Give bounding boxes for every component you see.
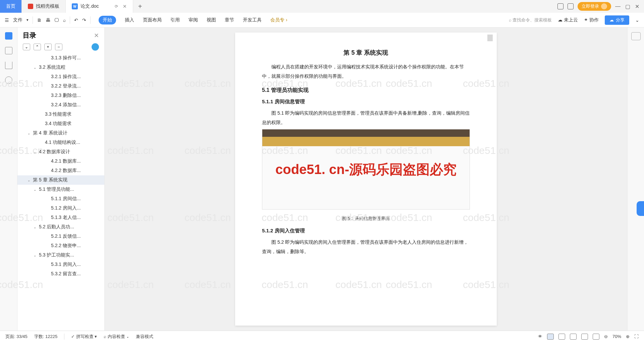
share-button[interactable]: ☁ 分享: [605, 15, 629, 25]
menu-insert[interactable]: 插入: [125, 17, 134, 23]
menu-view[interactable]: 视图: [207, 17, 216, 23]
add-heading-icon[interactable]: +: [44, 44, 52, 50]
tab-doc-label: 论文.doc: [80, 3, 99, 9]
outline-list[interactable]: 3.1.3 操作可...⌄3.2 系统流程3.2.1 操作流...3.2.2 登…: [17, 53, 104, 331]
outline-item[interactable]: ⌄3.2 系统流程: [17, 63, 104, 72]
menu-dev[interactable]: 开发工具: [243, 17, 262, 23]
search-side-icon[interactable]: [5, 76, 12, 84]
zoom-in-icon[interactable]: ⊕: [626, 334, 630, 339]
collab-button[interactable]: ⚭ 协作: [584, 17, 599, 23]
view-page-icon[interactable]: [547, 334, 554, 340]
close-outline-icon[interactable]: ✕: [94, 32, 99, 39]
bookmark-icon[interactable]: [5, 62, 12, 69]
outline-item[interactable]: 3.2.4 添加信...: [17, 100, 104, 110]
outline-item[interactable]: 4.1 功能结构设...: [17, 138, 104, 147]
expand-all-icon[interactable]: ⌃: [34, 44, 41, 50]
outline-item[interactable]: 5.3.1 房间入...: [17, 260, 104, 269]
file-menu[interactable]: 文件: [13, 17, 22, 23]
zoom-level[interactable]: 70%: [612, 334, 621, 339]
close-window-button[interactable]: ✕: [635, 3, 639, 10]
outline-item[interactable]: ⌄4.2 数据库设计: [17, 147, 104, 157]
menu-ref[interactable]: 引用: [170, 17, 180, 23]
search-input[interactable]: ⌕ 查找命令、搜索模板: [509, 17, 552, 23]
outline-item[interactable]: 5.1.2 房间入...: [17, 204, 104, 213]
menu-chapter[interactable]: 章节: [225, 17, 234, 23]
compat-mode[interactable]: 兼容模式: [136, 334, 153, 340]
view-full-icon[interactable]: [593, 334, 599, 340]
left-sidebar: [0, 27, 17, 331]
cloud-status[interactable]: ☁ 未上云: [558, 17, 578, 23]
zoom-icon[interactable]: ⌕: [63, 17, 66, 23]
outline-item[interactable]: 3.3 性能需求: [17, 110, 104, 119]
outline-item[interactable]: ⌄5.1 管理员功能...: [17, 185, 104, 194]
layout-icon[interactable]: [557, 3, 564, 9]
collapse-all-icon[interactable]: ⌄: [23, 44, 30, 50]
page-counter[interactable]: 页面: 33/45: [5, 334, 28, 340]
outline-icon[interactable]: [5, 32, 12, 40]
menu-member[interactable]: 会员专 ›: [270, 17, 287, 23]
screen-icon[interactable]: ⟳: [115, 4, 118, 9]
eye-icon[interactable]: 👁: [538, 334, 542, 339]
save-icon[interactable]: 🗎: [37, 17, 42, 23]
outline-item[interactable]: 3.2.1 操作流...: [17, 72, 104, 81]
tab-document[interactable]: W 论文.doc ⟳ ✕: [66, 0, 133, 13]
outline-item[interactable]: ⌄5.2 后勤人员功...: [17, 222, 104, 232]
outline-item[interactable]: 5.2.1 反馈信...: [17, 232, 104, 241]
clipboard-icon[interactable]: [5, 47, 12, 54]
view-outline-icon[interactable]: [558, 334, 565, 340]
remove-heading-icon[interactable]: −: [55, 44, 62, 50]
wps-icon: W: [72, 3, 78, 9]
preview-icon[interactable]: 🖵: [54, 17, 59, 23]
word-count[interactable]: 字数: 12225: [34, 334, 57, 340]
outline-item[interactable]: 3.2.2 登录流...: [17, 81, 104, 91]
para-5-1-1: 图 5.1 即为编码实现的房间信息管理界面，管理员在该界面中具备新增,删除，查询…: [262, 108, 470, 127]
maximize-button[interactable]: ▢: [625, 3, 630, 10]
outline-item[interactable]: 5.1.3 老人信...: [17, 213, 104, 222]
view-web-icon[interactable]: [570, 334, 577, 340]
content-check[interactable]: ⌕ 内容检查 ▾: [104, 334, 129, 340]
tab-home[interactable]: 首页: [0, 0, 22, 13]
section-5-1-2: 5.1.2 房间入住管理: [262, 228, 470, 234]
watermark-text: code51. cn-源码乐园盗图必究: [275, 160, 457, 179]
outline-item[interactable]: 4.2.2 数据库...: [17, 166, 104, 175]
outline-item[interactable]: 3.2.3 删除信...: [17, 91, 104, 100]
outline-item[interactable]: ⌄5.3 护工功能实...: [17, 250, 104, 260]
document-area[interactable]: 第 5 章 系统实现 编程人员在搭建的开发环境中，运用编程技术实现本系统设计的各…: [105, 27, 627, 331]
menu-review[interactable]: 审阅: [189, 17, 198, 23]
outline-item[interactable]: ⌄第 4 章 系统设计: [17, 128, 104, 138]
login-label: 立即登录: [582, 3, 599, 9]
grid-icon[interactable]: [568, 3, 574, 9]
view-read-icon[interactable]: [581, 334, 588, 340]
ai-panel-icon[interactable]: [631, 32, 641, 40]
undo-icon[interactable]: ↶: [74, 17, 78, 23]
page: 第 5 章 系统实现 编程人员在搭建的开发环境中，运用编程技术实现本系统设计的各…: [235, 33, 497, 326]
tab-template-label: 找稻壳模板: [36, 3, 59, 9]
more-icon[interactable]: ⌄: [635, 17, 639, 23]
outline-item[interactable]: 5.2.2 物资申...: [17, 241, 104, 250]
close-icon[interactable]: ✕: [123, 4, 127, 9]
side-tab-button[interactable]: [637, 201, 644, 216]
outline-item[interactable]: 5.3.2 留言查...: [17, 269, 104, 279]
login-button[interactable]: 立即登录: [578, 2, 611, 11]
menu-start[interactable]: 开始: [99, 16, 116, 24]
tab-template[interactable]: 找稻壳模板: [22, 0, 66, 13]
toolbar: ☰ 文件 ▾ 🗎 🖶 🖵 ⌕ ↶ ↷ 开始 插入 页面布局 引用 审阅 视图 章…: [0, 13, 644, 27]
outline-item[interactable]: ⌄第 5 章 系统实现: [17, 175, 104, 185]
hamburger-icon[interactable]: ☰: [5, 17, 9, 23]
outline-item[interactable]: 5.1.1 房间信...: [17, 194, 104, 204]
menu-layout[interactable]: 页面布局: [143, 17, 162, 23]
sync-icon[interactable]: [92, 43, 99, 51]
outline-item[interactable]: 4.2.1 数据库...: [17, 157, 104, 166]
outline-item[interactable]: 3.4 功能需求: [17, 119, 104, 128]
figure-caption: 图 5.1 房间信息管理界面: [262, 214, 470, 223]
section-5-1: 5.1 管理员功能实现: [262, 87, 470, 94]
fit-icon[interactable]: ⛶: [634, 334, 639, 339]
right-sidebar: [627, 27, 644, 331]
zoom-out-icon[interactable]: ⊖: [604, 334, 608, 339]
redo-icon[interactable]: ↷: [82, 17, 86, 23]
new-tab-button[interactable]: +: [133, 0, 147, 13]
minimize-button[interactable]: —: [615, 3, 621, 10]
print-icon[interactable]: 🖶: [46, 17, 50, 23]
outline-item[interactable]: 3.1.3 操作可...: [17, 53, 104, 63]
spell-check[interactable]: ✓ 拼写检查 ▾: [71, 334, 97, 340]
